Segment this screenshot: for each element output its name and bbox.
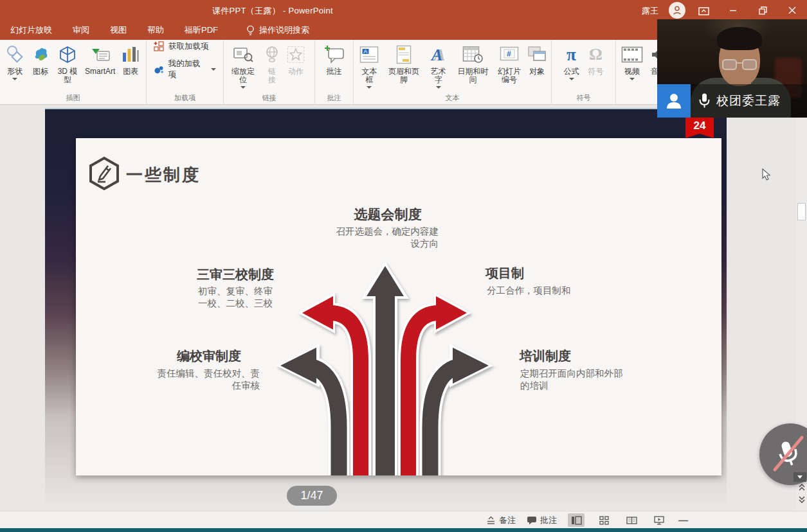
ribbon-display-options-button[interactable] (689, 0, 718, 21)
equation-icon: π (567, 43, 576, 66)
person-icon (664, 91, 684, 111)
action-icon (287, 43, 305, 66)
normal-view-icon (571, 516, 582, 525)
video-icon (621, 43, 643, 66)
icons-button[interactable]: 图标 (28, 41, 53, 76)
menu-review[interactable]: 审阅 (62, 21, 100, 40)
action-button: 动作 (284, 41, 308, 76)
get-addins-button[interactable]: 获取加载项 (154, 41, 216, 52)
slideshow-view-button[interactable] (651, 513, 667, 527)
svg-text:A: A (364, 48, 368, 55)
person-icon (672, 5, 682, 15)
video-button[interactable]: 视频 (618, 41, 646, 80)
status-bar: 备注 批注 — 中 °, (0, 511, 807, 528)
group-label-addins: 加载项 (149, 93, 221, 104)
textbox-icon: A (359, 43, 379, 66)
ribbon-group-symbols: π 公式 Ω 符号 符号 (552, 40, 616, 104)
object-button[interactable]: 对象 (525, 41, 549, 76)
store-icon (154, 41, 165, 52)
3d-model-button[interactable]: 3D 模型 (53, 41, 82, 84)
close-button[interactable] (777, 0, 807, 21)
wordart-icon: AA (429, 43, 448, 66)
minimize-icon (729, 6, 737, 14)
menu-foxit-pdf[interactable]: 福昕PDF (174, 21, 228, 40)
lightbulb-icon (246, 25, 255, 36)
tell-me-search[interactable]: 操作说明搜索 (228, 24, 309, 36)
svg-text:A: A (430, 46, 442, 64)
header-footer-button[interactable]: 页眉和页脚 (383, 41, 425, 84)
group-label-links: 链接 (226, 93, 313, 104)
tell-me-search-label: 操作说明搜索 (259, 24, 309, 36)
dropdown-arrow-icon (240, 86, 246, 89)
wordart-button[interactable]: AA 艺术字 (424, 41, 452, 89)
zoom-link-button[interactable]: 缩放定位 (226, 41, 260, 89)
slide-number-button[interactable]: # 幻灯片编号 (494, 41, 525, 84)
minimize-button[interactable] (718, 0, 748, 21)
notes-icon (486, 516, 496, 525)
symbol-button: Ω 符号 (584, 41, 608, 76)
dropdown-arrow-icon (630, 78, 635, 80)
zoom-out-button[interactable]: — (678, 515, 688, 526)
reading-view-icon (626, 516, 637, 525)
equation-button[interactable]: π 公式 (559, 41, 584, 80)
participant-name: 校团委王露 (716, 93, 781, 109)
comments-toggle[interactable]: 批注 (527, 515, 557, 526)
datetime-button[interactable]: 日期和时间 (452, 41, 494, 84)
link-button: 链接 (260, 41, 284, 84)
restore-button[interactable] (748, 0, 777, 21)
textbox-button[interactable]: A 文本框 (356, 41, 383, 89)
menu-help[interactable]: 帮助 (137, 21, 174, 40)
account-avatar[interactable] (669, 2, 685, 19)
reading-view-button[interactable] (623, 513, 640, 527)
person-glasses (722, 59, 758, 71)
ribbon-group-text: A 文本框 页眉和页脚 AA 艺术字 (354, 40, 552, 104)
my-addins-button[interactable]: 我的加载项 (154, 58, 216, 80)
close-icon (788, 6, 796, 14)
branching-arrows-graphic (76, 138, 721, 475)
new-comment-button[interactable]: 批注 (321, 41, 348, 76)
menu-slideshow[interactable]: 幻灯片放映 (0, 21, 62, 40)
document-title: 课件PPT（王露） - PowerPoint (212, 5, 333, 17)
my-addins-icon (154, 65, 164, 75)
dropdown-arrow-icon (12, 78, 17, 80)
menu-view[interactable]: 视图 (100, 21, 137, 40)
dropdown-arrow-icon (367, 86, 372, 89)
participant-avatar-tile (657, 84, 691, 118)
svg-text:#: # (507, 49, 511, 58)
shapes-button[interactable]: 形状 (2, 41, 28, 80)
zoom-link-icon (233, 43, 253, 66)
group-label-illustrations: 插图 (2, 93, 144, 104)
slideshow-icon (654, 516, 664, 525)
notes-toggle[interactable]: 备注 (486, 515, 516, 526)
chevron-down-icon (797, 475, 802, 479)
object-icon (527, 43, 547, 66)
microphone-icon (698, 93, 711, 109)
next-slide-button[interactable] (797, 495, 806, 504)
restore-icon (759, 6, 767, 15)
webcam-video-overlay: 校团委王露 (657, 19, 807, 118)
mouse-cursor (762, 168, 770, 183)
ribbon-display-options-icon (698, 6, 709, 15)
slide-editing-area: 一些制度 选题会制度 召开选题会，确定内容建 设方向 三审三校制度 初审、复审、… (0, 105, 807, 511)
smartart-button[interactable]: SmartArt (82, 41, 118, 76)
widget-collapse-button[interactable] (793, 472, 806, 482)
slide-sorter-view-button[interactable] (595, 513, 612, 527)
comment-bubble-icon (527, 516, 537, 525)
normal-view-button[interactable] (568, 513, 585, 527)
shapes-icon (5, 43, 24, 66)
account-name: 露王 (642, 5, 658, 17)
dropdown-arrow-icon (211, 68, 216, 71)
person-hair (717, 27, 762, 50)
scrollbar-thumb[interactable] (797, 203, 806, 220)
smartart-icon (89, 43, 111, 66)
slide-sorter-icon (599, 516, 609, 525)
link-icon (264, 43, 280, 66)
dropdown-arrow-icon (569, 78, 574, 80)
icons-icon (31, 43, 50, 66)
slide-content-card: 一些制度 选题会制度 召开选题会，确定内容建 设方向 三审三校制度 初审、复审、… (76, 138, 721, 475)
group-label-comments: 批注 (317, 93, 351, 104)
chart-button[interactable]: 图表 (118, 41, 143, 76)
datetime-icon (462, 43, 483, 66)
symbol-icon: Ω (589, 43, 603, 66)
group-label-text: 文本 (356, 93, 549, 104)
